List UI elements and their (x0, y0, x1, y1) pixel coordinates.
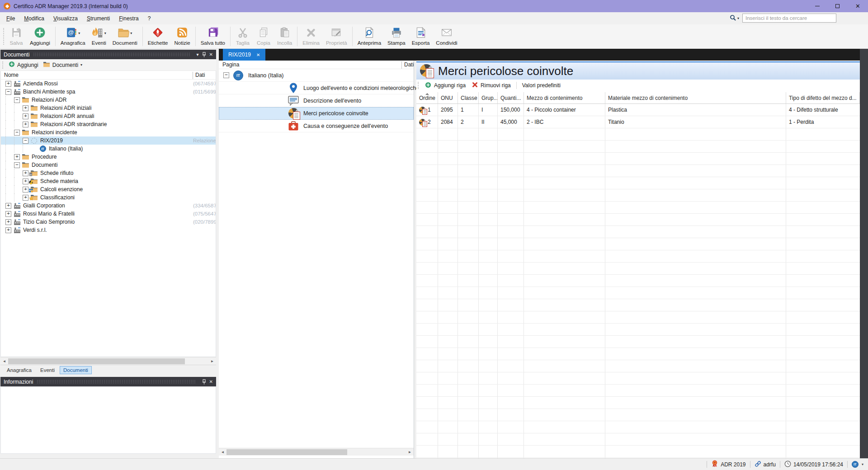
collapse-icon[interactable]: − (223, 72, 229, 78)
scope-selector[interactable]: Documenti ▾ (41, 61, 85, 70)
toolbar-button-notizie[interactable]: Notizie (171, 24, 193, 48)
panel-menu-icon[interactable]: ▾ (197, 52, 199, 57)
maximize-button[interactable] (827, 0, 848, 12)
add-button[interactable]: Aggiungi (6, 60, 41, 70)
expand-icon[interactable]: + (23, 113, 28, 119)
column-dati[interactable]: Dati (193, 72, 205, 79)
cell[interactable]: 4 - Piccolo container (524, 104, 605, 116)
toolbar-button-esporta[interactable]: Esporta (409, 24, 433, 48)
pages-horizontal-scrollbar[interactable]: ◄ ► (219, 448, 414, 456)
scroll-left-arrow[interactable]: ◄ (219, 450, 226, 454)
menu-[interactable]: ? (143, 14, 156, 24)
minimize-button[interactable] (807, 0, 827, 12)
detail-button-valori-predefiniti[interactable]: Valori predefiniti (519, 81, 564, 90)
expand-icon[interactable]: + (23, 170, 28, 176)
tree-item-gialli-corporation[interactable]: +Gialli Corporation(334/6587 (1, 202, 216, 210)
toolbar-button-anteprima[interactable]: Anteprima (354, 24, 384, 48)
cell[interactable]: 2084 (438, 116, 458, 128)
expand-icon[interactable]: + (5, 219, 11, 225)
cell[interactable]: 2 - IBC (524, 116, 605, 128)
detail-button-aggiungi-riga[interactable]: Aggiungi riga (422, 80, 469, 91)
collapse-icon[interactable]: − (23, 138, 28, 144)
column-header-tipo-di-difetto-del-mezzo-d[interactable]: Tipo di difetto del mezzo d... (786, 92, 860, 103)
column-header-quanti[interactable]: Quanti... (498, 92, 524, 103)
column-header-grup[interactable]: Grup... (479, 92, 498, 103)
tree-item-documenti[interactable]: −Documenti (1, 161, 216, 169)
tree-item-schede-rifiuto[interactable]: +Schede rifiuto (1, 169, 216, 177)
collapse-icon[interactable]: − (14, 162, 20, 168)
tree-item-relazioni-adr[interactable]: −Relazioni ADR (1, 96, 216, 104)
tree-item-azienda-rossi[interactable]: +Azienda Rossi(067/4597 (1, 80, 216, 88)
tree-item-verdi-s-r-l[interactable]: +Verdi s.r.l. (1, 226, 216, 234)
expand-icon[interactable]: + (14, 154, 20, 160)
pages-column-header[interactable]: Pagina Dati (219, 61, 414, 69)
panel-close-icon[interactable]: ✕ (209, 52, 213, 57)
column-header-onu[interactable]: ONU (438, 92, 458, 103)
table-row[interactable]: 220842II45,0002 - IBCTitanio1 - Perdita (416, 116, 860, 128)
cell[interactable]: 150,000 (498, 104, 524, 116)
tree-item-relazioni-adr-iniziali[interactable]: +Relazioni ADR iniziali (1, 104, 216, 112)
cell[interactable]: 45,000 (498, 116, 524, 128)
toolbar-button-stampa[interactable]: Stampa (384, 24, 409, 48)
collapse-icon[interactable]: − (14, 130, 20, 136)
cell[interactable]: 1 - Perdita (786, 116, 860, 128)
cell[interactable]: 2 (416, 116, 438, 128)
scroll-left-arrow[interactable]: ◄ (0, 359, 8, 363)
toolbar-button-etichette[interactable]: 3Etichette (145, 24, 171, 48)
menu-strumenti[interactable]: Strumenti (82, 14, 114, 24)
language-selector[interactable]: IT ▾ (852, 461, 863, 468)
tree-item-classificazioni[interactable]: +Classificazioni (1, 193, 216, 202)
expand-icon[interactable]: + (5, 227, 11, 233)
search-dropdown-icon[interactable]: ▾ (737, 16, 739, 20)
toolbar-button-documenti[interactable]: ▾Documenti (109, 24, 141, 48)
detail-button-rimuovi-riga[interactable]: Rimuovi riga (469, 80, 514, 90)
page-item-luogo-dell-evento-e-condizioni-meteorologiche[interactable]: Luogo dell'evento e condizioni meteorolo… (219, 82, 414, 94)
cell[interactable]: Plastica (605, 104, 786, 116)
toolbar-button-condividi[interactable]: Condividi (433, 24, 460, 48)
expand-icon[interactable]: + (23, 105, 28, 111)
menu-file[interactable]: File (2, 14, 19, 24)
page-item-merci-pericolose-coinvolte[interactable]: Merci pericolose coinvolte (219, 107, 414, 120)
column-header-mezzo-di-contenimento[interactable]: Mezzo di contenimento (524, 92, 605, 103)
collapse-icon[interactable]: − (14, 97, 20, 103)
tab-close-icon[interactable]: ✕ (256, 52, 260, 57)
expand-icon[interactable]: + (5, 81, 11, 87)
expand-icon[interactable]: + (23, 195, 28, 201)
menu-visualizza[interactable]: Visualizza (49, 14, 82, 24)
dock-tab-documenti[interactable]: Documenti (60, 366, 92, 374)
scroll-thumb[interactable] (226, 449, 347, 455)
expand-icon[interactable]: + (23, 179, 28, 184)
column-header-classe[interactable]: Classe (458, 92, 479, 103)
table-row[interactable]: 120951I150,0004 - Piccolo containerPlast… (416, 104, 860, 116)
scroll-thumb[interactable] (8, 358, 185, 364)
tree-column-header[interactable]: Nome Dati (1, 71, 216, 80)
expand-icon[interactable]: + (5, 203, 11, 209)
page-item-italiano-italia[interactable]: −ITItaliano (Italia) (219, 69, 414, 82)
tree-item-italiano-italia[interactable]: ITItaliano (Italia) (1, 145, 216, 153)
cell[interactable]: 4 - Difetto strutturale (786, 104, 860, 116)
document-tab-rix-2019[interactable]: RIX/2019 ✕ (223, 49, 265, 61)
pin-icon[interactable] (202, 52, 206, 57)
expand-icon[interactable]: + (5, 211, 11, 217)
expand-icon[interactable]: + (23, 187, 28, 193)
column-nome[interactable]: Nome (4, 72, 19, 78)
tree-item-relazioni-adr-annuali[interactable]: +Relazioni ADR annuali (1, 112, 216, 120)
cell[interactable]: Titanio (605, 116, 786, 128)
scroll-right-arrow[interactable]: ► (406, 450, 414, 454)
tree-item-bianchi-ambiente-spa[interactable]: −Bianchi Ambiente spa(011/5699 (1, 88, 216, 96)
menu-modifica[interactable]: Modifica (19, 14, 49, 24)
tree-item-relazioni-incidente[interactable]: −Relazioni incidente (1, 128, 216, 136)
column-pagina[interactable]: Pagina (222, 61, 239, 68)
close-button[interactable]: ✕ (848, 0, 868, 12)
cell[interactable]: 2095 (438, 104, 458, 116)
cell[interactable]: 1 (458, 104, 479, 116)
tree-item-calcoli-esenzione[interactable]: +Calcoli esenzione (1, 185, 216, 193)
page-item-descrizione-dell-evento[interactable]: Descrizione dell'evento (219, 94, 414, 107)
toolbar-button-aggiungi[interactable]: Aggiungi (27, 24, 53, 48)
column-dati[interactable]: Dati (401, 61, 414, 69)
expand-icon[interactable]: + (23, 122, 28, 127)
cell[interactable]: 2 (458, 116, 479, 128)
collapse-icon[interactable]: − (5, 89, 11, 95)
tree-item-tizio-caio-sempronio[interactable]: +Tizio Caio Sempronio(020/7899 (1, 218, 216, 226)
tree-item-schede-materia[interactable]: +Schede materia (1, 177, 216, 185)
